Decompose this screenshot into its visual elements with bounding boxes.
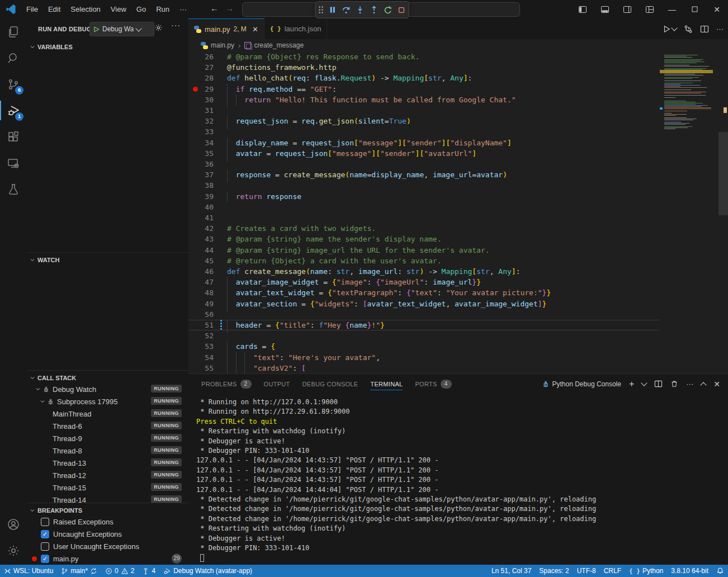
maximize-panel-icon[interactable] — [701, 382, 707, 388]
panel-tab-ports[interactable]: PORTS4 — [415, 374, 451, 394]
menu-run[interactable]: Run — [151, 3, 174, 16]
customize-layout-icon[interactable] — [639, 0, 661, 18]
close-button[interactable]: ✕ — [706, 0, 728, 18]
breakpoint-row-uncaught-exceptions[interactable]: ✓Uncaught Exceptions — [27, 528, 188, 540]
open-changes-button[interactable] — [684, 25, 693, 34]
code-line-31[interactable]: 31 — [188, 105, 660, 116]
checkbox[interactable]: ✓ — [41, 530, 49, 538]
problems-status[interactable]: 0 2 — [101, 565, 138, 577]
step-over-icon[interactable] — [342, 6, 351, 15]
indentation[interactable]: Spaces: 2 — [535, 565, 573, 577]
encoding[interactable]: UTF-8 — [573, 565, 600, 577]
python-interpreter[interactable]: 3.8.10 64-bit — [667, 565, 712, 577]
run-python-file-button[interactable] — [663, 25, 677, 33]
scrollbar-slider[interactable] — [718, 132, 728, 215]
close-panel-icon[interactable]: ✕ — [713, 380, 720, 389]
breakpoint-row-main.py[interactable]: ✓main.py29 — [27, 552, 188, 565]
menu-view[interactable]: View — [106, 3, 131, 16]
code-line-27[interactable]: 27@functions_framework.http — [188, 62, 660, 73]
code-line-51[interactable]: 51 header = {"title": f"Hey {name}!"} — [188, 320, 660, 330]
editor-scrollbar[interactable] — [718, 51, 728, 373]
code-line-41[interactable]: 41 — [188, 212, 660, 223]
git-branch-status[interactable]: main* — [57, 565, 101, 577]
callstack-row-thread-12[interactable]: Thread-12RUNNING — [27, 469, 188, 481]
code-line-53[interactable]: 53 cards = { — [188, 341, 660, 352]
breadcrumb-file[interactable]: main.py — [211, 41, 234, 49]
breakpoint-icon[interactable] — [193, 87, 198, 92]
panel-tab-output[interactable]: OUTPUT — [264, 374, 290, 394]
terminal-output[interactable]: * Running on http://127.0.0.1:9000 * Run… — [188, 394, 728, 565]
code-line-47[interactable]: 47 avatar_image_widget = {"image": {"ima… — [188, 277, 660, 287]
callstack-row-thread-15[interactable]: Thread-15RUNNING — [27, 481, 188, 494]
sidebar-item-remote-explorer[interactable] — [0, 150, 27, 176]
breakpoint-row-raised-exceptions[interactable]: Raised Exceptions — [27, 515, 188, 528]
callstack-row-thread-9[interactable]: Thread-9RUNNING — [27, 432, 188, 444]
code-line-40[interactable]: 40 — [188, 202, 660, 212]
watch-section-header[interactable]: WATCH — [27, 255, 188, 265]
code-line-28[interactable]: 28def hello_chat(req: flask.Request) -> … — [188, 73, 660, 83]
menu-[interactable]: ··· — [174, 3, 192, 16]
code-line-44[interactable]: 44# @param {string} image_url the URL fo… — [188, 245, 660, 256]
new-terminal-button[interactable]: + — [629, 379, 634, 389]
drag-handle-icon[interactable] — [319, 6, 323, 13]
split-terminal-button[interactable] — [654, 380, 663, 388]
language-mode[interactable]: { }Python — [625, 565, 667, 577]
tab-launch.json[interactable]: { }launch.json — [264, 18, 328, 39]
minimize-button[interactable]: — — [661, 0, 683, 18]
toggle-secondary-sidebar-icon[interactable] — [616, 0, 639, 18]
settings-button[interactable] — [0, 537, 27, 564]
menu-file[interactable]: File — [21, 3, 43, 16]
minimap[interactable] — [660, 51, 713, 373]
code-line-48[interactable]: 48 avatar_text_widget = {"textParagraph"… — [188, 287, 660, 298]
eol-sequence[interactable]: CRLF — [600, 565, 625, 577]
breadcrumb-symbol[interactable]: create_message — [254, 41, 304, 49]
notifications-bell[interactable] — [712, 565, 728, 577]
menu-selection[interactable]: Selection — [65, 3, 105, 16]
panel-tab-problems[interactable]: PROBLEMS2 — [201, 374, 252, 394]
sidebar-more-actions-icon[interactable]: ··· — [171, 21, 181, 30]
pause-icon[interactable] — [328, 6, 337, 14]
callstack-section-header[interactable]: CALL STACK — [27, 373, 188, 383]
stop-icon[interactable] — [398, 6, 405, 14]
code-line-29[interactable]: 29 if req.method == "GET": — [188, 84, 660, 94]
sidebar-item-run-debug[interactable]: 1 — [0, 97, 27, 124]
checkbox[interactable] — [41, 518, 49, 526]
panel-tab-debug-console[interactable]: DEBUG CONSOLE — [302, 374, 358, 394]
panel-tab-terminal[interactable]: TERMINAL — [370, 374, 403, 394]
debug-session-status[interactable]: Debug Watch (avatar-app) — [159, 565, 256, 577]
toggle-sidebar-icon[interactable] — [571, 0, 594, 18]
sidebar-item-search[interactable] — [0, 45, 27, 71]
forwarded-ports-status[interactable]: 4 — [138, 565, 159, 577]
toggle-panel-icon[interactable] — [594, 0, 616, 18]
split-editor-button[interactable] — [700, 25, 709, 34]
code-line-26[interactable]: 26# @param {Object} res Response to send… — [188, 51, 660, 62]
step-out-icon[interactable] — [370, 6, 379, 15]
sidebar-item-extensions[interactable] — [0, 124, 27, 150]
code-line-42[interactable]: 42# Creates a card with two widgets. — [188, 223, 660, 234]
callstack-row-thread-6[interactable]: Thread-6RUNNING — [27, 420, 188, 432]
sidebar-item-source-control[interactable]: 6 — [0, 71, 27, 97]
code-line-32[interactable]: 32 request_json = req.get_json(silent=Tr… — [188, 116, 660, 126]
code-line-52[interactable]: 52 — [188, 330, 660, 341]
checkbox[interactable] — [41, 542, 49, 551]
debug-settings-gear-icon[interactable] — [154, 23, 163, 32]
code-line-50[interactable]: 50 — [188, 309, 660, 320]
callstack-row-mainthread[interactable]: MainThreadRUNNING — [27, 408, 188, 420]
sidebar-item-explorer[interactable] — [0, 18, 27, 45]
callstack-row-subprocess-17995[interactable]: Subprocess 17995RUNNING — [27, 395, 188, 408]
debug-target-dropdown[interactable]: Debug Wa — [89, 22, 154, 36]
code-line-38[interactable]: 38 — [188, 180, 660, 191]
account-button[interactable] — [0, 511, 27, 537]
breadcrumb[interactable]: main.py › create_message — [188, 39, 728, 51]
code-line-35[interactable]: 35 avatar = request_json["message"]["sen… — [188, 148, 660, 159]
restart-icon[interactable] — [384, 6, 393, 15]
code-line-54[interactable]: 54 "text": "Here's your avatar", — [188, 352, 660, 363]
sidebar-item-testing[interactable] — [0, 176, 27, 202]
menu-edit[interactable]: Edit — [43, 3, 65, 16]
variables-section-header[interactable]: VARIABLES — [27, 42, 188, 52]
callstack-row-thread-13[interactable]: Thread-13RUNNING — [27, 457, 188, 469]
code-line-46[interactable]: 46def create_message(name: str, image_ur… — [188, 266, 660, 277]
step-into-icon[interactable] — [356, 6, 365, 15]
terminal-instance[interactable]: Python Debug Console — [542, 380, 621, 388]
code-line-49[interactable]: 49 avatar_section = {"widgets": [avatar_… — [188, 299, 660, 309]
